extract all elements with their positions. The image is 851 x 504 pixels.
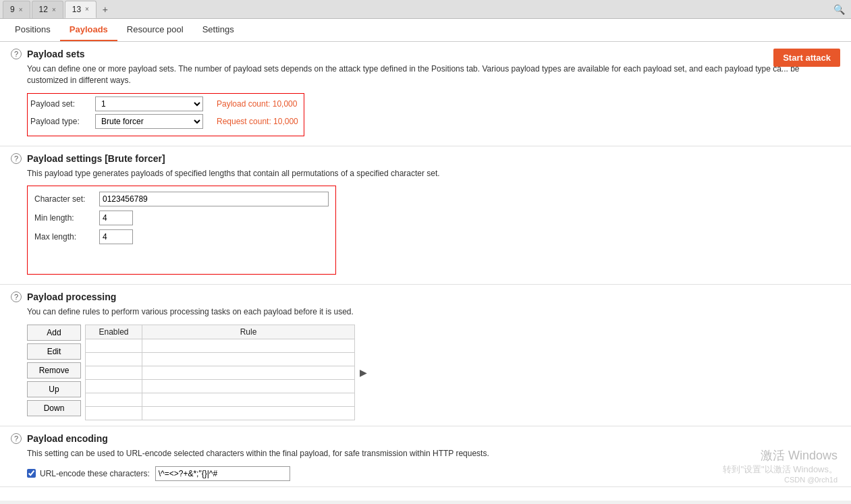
tab-13[interactable]: 13 ×: [65, 1, 97, 18]
tab-bar: 9 × 12 × 13 × + 🔍: [0, 0, 851, 19]
down-button[interactable]: Down: [27, 400, 81, 416]
arrow-right-icon: ▶: [360, 367, 367, 378]
payload-processing-section: ? Payload processing You can define rule…: [0, 285, 851, 426]
edit-button[interactable]: Edit: [27, 343, 81, 360]
max-length-row: Max length:: [34, 229, 329, 244]
max-length-input[interactable]: [99, 229, 133, 244]
min-length-input[interactable]: [99, 211, 133, 225]
tab-bar-right: 🔍: [829, 0, 848, 19]
tab-9-close[interactable]: ×: [19, 6, 23, 13]
tab-12-label: 12: [39, 5, 48, 14]
min-length-row: Min length:: [34, 211, 329, 225]
tab-payloads[interactable]: Payloads: [60, 19, 117, 41]
payload-settings-help-icon[interactable]: ?: [11, 153, 22, 164]
tab-add-button[interactable]: +: [98, 2, 113, 17]
min-length-label: Min length:: [34, 213, 95, 223]
table-row-empty-5: [86, 393, 355, 407]
up-button[interactable]: Up: [27, 381, 81, 397]
table-row-empty-6: [86, 407, 355, 420]
payload-set-select[interactable]: 1 2 3: [95, 96, 203, 111]
tab-9-label: 9: [10, 5, 15, 14]
tab-13-label: 13: [72, 5, 81, 14]
tab-resource-pool[interactable]: Resource pool: [117, 19, 193, 41]
character-set-input[interactable]: [99, 192, 329, 206]
col-rule: Rule: [142, 325, 355, 339]
encoding-row: URL-encode these characters:: [27, 466, 840, 481]
url-encode-checkbox[interactable]: [27, 469, 36, 478]
max-length-label: Max length:: [34, 232, 95, 242]
payload-sets-header: ? Payload sets: [11, 49, 840, 59]
search-icon[interactable]: 🔍: [829, 0, 848, 19]
add-button[interactable]: Add: [27, 325, 81, 341]
payload-encoding-title: Payload encoding: [27, 433, 108, 444]
payload-sets-box: Payload set: 1 2 3 Payload count: 10,000…: [27, 93, 304, 136]
processing-area: Add Edit Remove Up Down Enabled Rule: [27, 325, 840, 420]
payload-set-row: Payload set: 1 2 3 Payload count: 10,000: [30, 96, 298, 111]
payload-set-label: Payload set:: [30, 99, 91, 109]
payload-encoding-header: ? Payload encoding: [11, 433, 840, 444]
table-row-empty-3: [86, 366, 355, 380]
payload-settings-title: Payload settings [Brute forcer]: [27, 153, 165, 164]
url-encode-label: URL-encode these characters:: [40, 469, 150, 478]
payload-sets-title: Payload sets: [27, 49, 85, 59]
character-set-label: Character set:: [34, 194, 95, 204]
tab-positions[interactable]: Positions: [5, 19, 60, 41]
payload-processing-header: ? Payload processing: [11, 291, 840, 302]
processing-table: Enabled Rule: [85, 325, 355, 420]
payload-encoding-help-icon[interactable]: ?: [11, 433, 22, 444]
payload-sets-section: Start attack ? Payload sets You can defi…: [0, 42, 851, 146]
start-attack-button[interactable]: Start attack: [773, 49, 840, 67]
col-enabled: Enabled: [86, 325, 142, 339]
url-encode-checkbox-label[interactable]: URL-encode these characters:: [27, 469, 150, 478]
remove-button[interactable]: Remove: [27, 362, 81, 379]
payload-settings-desc: This payload type generates payloads of …: [27, 168, 840, 179]
processing-buttons: Add Edit Remove Up Down: [27, 325, 81, 419]
processing-table-wrap: Enabled Rule ▶: [85, 325, 355, 420]
nav-tabs: Positions Payloads Resource pool Setting…: [0, 19, 851, 42]
payload-encoding-section: ? Payload encoding This setting can be u…: [0, 426, 851, 487]
payload-type-select[interactable]: Brute forcer Simple list Runtime file Cu…: [95, 114, 203, 129]
table-row-empty-4: [86, 380, 355, 393]
character-set-row: Character set:: [34, 192, 329, 206]
payload-type-row: Payload type: Brute forcer Simple list R…: [30, 114, 298, 129]
tab-13-close[interactable]: ×: [85, 5, 89, 13]
main-content: Start attack ? Payload sets You can defi…: [0, 42, 851, 501]
table-row-empty-1: [86, 339, 355, 353]
payload-settings-header: ? Payload settings [Brute forcer]: [11, 153, 840, 164]
payload-type-label: Payload type:: [30, 117, 91, 126]
tab-settings[interactable]: Settings: [193, 19, 244, 41]
table-row-empty-2: [86, 353, 355, 366]
payload-sets-help-icon[interactable]: ?: [11, 49, 22, 59]
payload-sets-desc: You can define one or more payload sets.…: [27, 63, 840, 86]
payload-settings-section: ? Payload settings [Brute forcer] This p…: [0, 146, 851, 285]
tab-9[interactable]: 9 ×: [3, 1, 30, 18]
payload-settings-box: Character set: Min length: Max length:: [27, 186, 336, 275]
payload-processing-desc: You can define rules to perform various …: [27, 306, 840, 318]
tab-12-close[interactable]: ×: [52, 6, 56, 13]
payload-processing-help-icon[interactable]: ?: [11, 291, 22, 302]
payload-processing-title: Payload processing: [27, 291, 116, 302]
request-count-info: Request count: 10,000: [217, 117, 298, 126]
payload-count-info: Payload count: 10,000: [217, 99, 297, 109]
encode-chars-input[interactable]: [155, 466, 290, 481]
payload-encoding-desc: This setting can be used to URL-encode s…: [27, 448, 840, 459]
tab-12[interactable]: 12 ×: [32, 1, 63, 18]
